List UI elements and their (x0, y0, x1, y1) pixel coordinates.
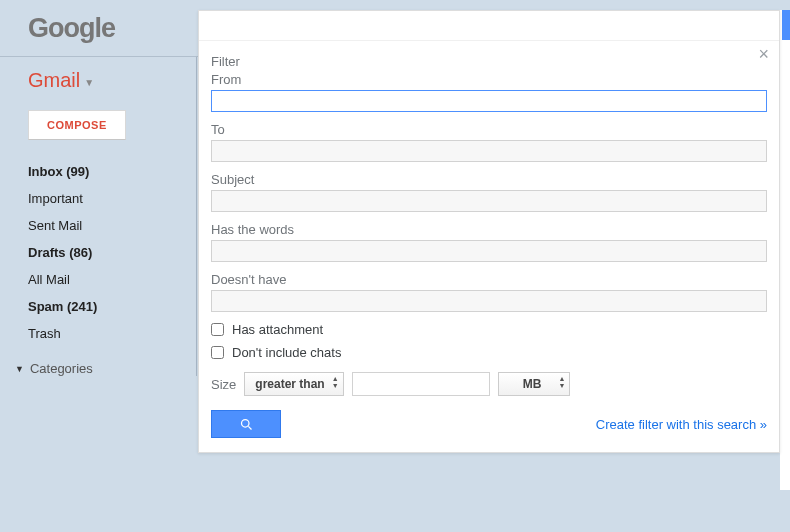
right-blue-accent (782, 10, 790, 40)
subject-label: Subject (211, 172, 767, 187)
stepper-arrows-icon: ▲▼ (558, 375, 565, 389)
nav-spam[interactable]: Spam (241) (28, 293, 196, 320)
doesnt-have-input[interactable] (211, 290, 767, 312)
size-row: Size greater than ▲▼ MB ▲▼ (211, 372, 767, 396)
nav-trash[interactable]: Trash (28, 320, 196, 347)
to-input[interactable] (211, 140, 767, 162)
dialog-top-strip (199, 11, 779, 41)
has-words-label: Has the words (211, 222, 767, 237)
nav-important[interactable]: Important (28, 185, 196, 212)
nav-inbox[interactable]: Inbox (99) (28, 158, 196, 185)
nav-categories[interactable]: ▼ Categories (0, 347, 196, 376)
nav-folder-list: Inbox (99) Important Sent Mail Drafts (8… (0, 158, 196, 347)
gmail-label: Gmail (28, 69, 80, 92)
filter-dialog: × Filter From To Subject Has the words D… (198, 10, 780, 453)
close-icon[interactable]: × (758, 45, 769, 63)
subject-input[interactable] (211, 190, 767, 212)
has-attachment-label: Has attachment (232, 322, 323, 337)
svg-line-1 (248, 426, 251, 429)
has-attachment-checkbox[interactable] (211, 323, 224, 336)
sidebar: Gmail ▼ COMPOSE Inbox (99) Important Sen… (0, 57, 197, 376)
chevron-down-icon: ▼ (84, 77, 94, 88)
doesnt-have-label: Doesn't have (211, 272, 767, 287)
stepper-arrows-icon: ▲▼ (332, 375, 339, 389)
search-button[interactable] (211, 410, 281, 438)
caret-down-icon: ▼ (15, 364, 24, 374)
dont-include-chats-checkbox[interactable] (211, 346, 224, 359)
has-attachment-row[interactable]: Has attachment (211, 322, 767, 337)
from-input[interactable] (211, 90, 767, 112)
has-words-input[interactable] (211, 240, 767, 262)
nav-all-mail[interactable]: All Mail (28, 266, 196, 293)
filter-title: Filter (211, 54, 767, 69)
size-operator-select[interactable]: greater than ▲▼ (244, 372, 343, 396)
size-label: Size (211, 377, 236, 392)
google-logo: Google (28, 13, 115, 44)
nav-drafts[interactable]: Drafts (86) (28, 239, 196, 266)
size-value-input[interactable] (352, 372, 490, 396)
size-unit-value: MB (523, 377, 542, 391)
dont-include-chats-row[interactable]: Don't include chats (211, 345, 767, 360)
categories-label: Categories (30, 361, 93, 376)
nav-sent[interactable]: Sent Mail (28, 212, 196, 239)
right-panel-strip (780, 10, 790, 490)
dont-include-chats-label: Don't include chats (232, 345, 341, 360)
size-unit-select[interactable]: MB ▲▼ (498, 372, 571, 396)
from-label: From (211, 72, 767, 87)
search-icon (239, 417, 254, 432)
app-switcher[interactable]: Gmail ▼ (0, 69, 196, 92)
create-filter-link[interactable]: Create filter with this search » (596, 417, 767, 432)
size-operator-value: greater than (255, 377, 324, 391)
compose-button[interactable]: COMPOSE (28, 110, 126, 140)
to-label: To (211, 122, 767, 137)
svg-point-0 (241, 419, 249, 427)
